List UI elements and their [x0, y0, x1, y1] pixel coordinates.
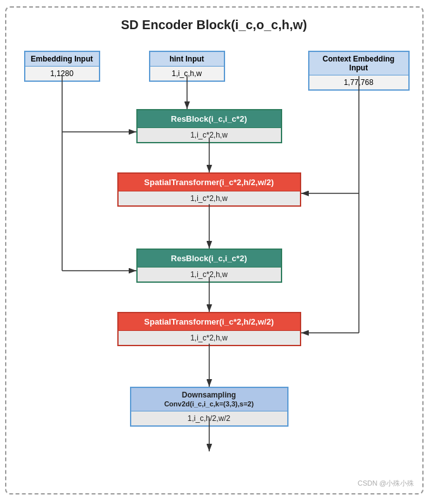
- resblock2-value: 1,i_c*2,h,w: [138, 267, 281, 281]
- diagram-container: SD Encoder Block(i_c,o_c,h,w) Embedding …: [5, 6, 424, 494]
- embedding-input-label: Embedding Input: [25, 52, 99, 67]
- spatial2: SpatialTransformer(i_c*2,h/2,w/2) 1,i_c*…: [117, 312, 301, 346]
- spatial1-value: 1,i_c*2,h,w: [119, 191, 300, 205]
- context-embedding-value: 1,77,768: [309, 75, 408, 89]
- resblock2-title: ResBlock(i_c,i_c*2): [138, 250, 281, 267]
- downsampling: Downsampling Conv2d(i_c,i_c,k=(3,3),s=2)…: [130, 387, 289, 427]
- watermark: CSDN @小殊小殊: [358, 479, 414, 488]
- embedding-input-value: 1,1280: [25, 67, 99, 81]
- resblock1-title: ResBlock(i_c,i_c*2): [138, 110, 281, 127]
- context-embedding-label: Context Embedding Input: [309, 52, 408, 75]
- embedding-input-box: Embedding Input 1,1280: [24, 51, 100, 82]
- downsampling-value: 1,i_c,h/2,w/2: [131, 411, 287, 425]
- hint-input-label: hint Input: [150, 52, 224, 67]
- resblock2: ResBlock(i_c,i_c*2) 1,i_c*2,h,w: [136, 249, 282, 283]
- downsampling-title1: Downsampling Conv2d(i_c,i_c,k=(3,3),s=2): [131, 388, 287, 411]
- context-embedding-input-box: Context Embedding Input 1,77,768: [308, 51, 410, 91]
- spatial2-value: 1,i_c*2,h,w: [119, 330, 300, 345]
- spatial1-title: SpatialTransformer(i_c*2,h/2,w/2): [119, 174, 300, 191]
- diagram-title: SD Encoder Block(i_c,o_c,h,w): [6, 8, 422, 39]
- resblock1: ResBlock(i_c,i_c*2) 1,i_c*2,h,w: [136, 109, 282, 143]
- spatial2-title: SpatialTransformer(i_c*2,h/2,w/2): [119, 313, 300, 330]
- hint-input-box: hint Input 1,i_c,h,w: [149, 51, 225, 82]
- hint-input-value: 1,i_c,h,w: [150, 67, 224, 81]
- resblock1-value: 1,i_c*2,h,w: [138, 127, 281, 142]
- spatial1: SpatialTransformer(i_c*2,h/2,w/2) 1,i_c*…: [117, 172, 301, 207]
